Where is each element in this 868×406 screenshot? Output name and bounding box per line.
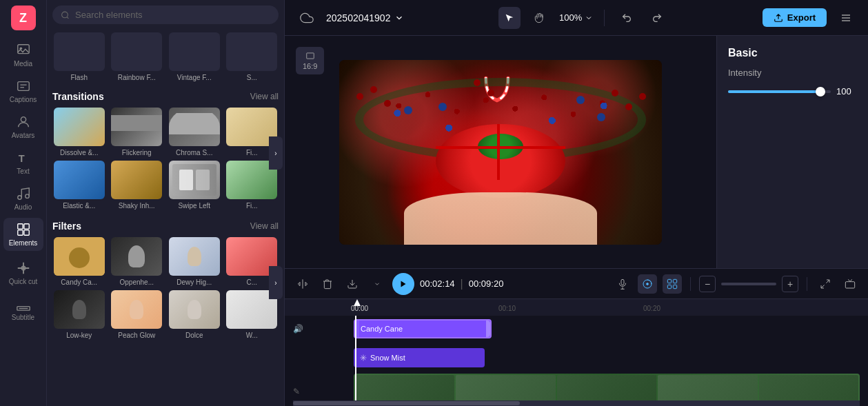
sidebar-item-subtitle[interactable]: Subtitle — [3, 292, 43, 325]
thumbnail-chroma — [169, 108, 220, 146]
captions-timeline-icon — [845, 278, 856, 290]
snow-mist-clip[interactable]: Snow Mist — [354, 348, 485, 367]
scrollbar-thumb[interactable] — [293, 401, 520, 405]
mic-button[interactable] — [613, 274, 632, 294]
filters-title: Filters — [52, 221, 81, 232]
sidebar-item-elements[interactable]: Elements — [3, 218, 43, 251]
filters-view-all[interactable]: View all — [250, 221, 279, 231]
thumbnail-flash — [54, 32, 105, 71]
sidebar-item-captions[interactable]: Captions — [3, 74, 43, 108]
project-name[interactable]: 202502041902 — [326, 12, 404, 23]
search-bar[interactable] — [52, 6, 279, 24]
play-icon — [399, 280, 407, 288]
thumbnail-label: Chroma S... — [169, 149, 220, 156]
sidebar-item-media[interactable]: Media — [3, 39, 43, 72]
aspect-ratio-icon — [305, 51, 315, 61]
transitions-scroll-arrow[interactable]: › — [269, 136, 283, 170]
panel-title: Basic — [728, 47, 857, 59]
split-button[interactable] — [293, 274, 312, 294]
export-button[interactable]: Export — [763, 8, 827, 27]
cloud-button[interactable] — [296, 7, 318, 29]
red-ribbon-h — [436, 146, 565, 149]
app-logo[interactable]: Z — [11, 6, 36, 30]
search-input[interactable] — [75, 10, 270, 20]
list-item[interactable]: Chroma S... — [168, 108, 221, 156]
list-item[interactable]: Flash — [52, 32, 106, 81]
ruler-label-00: 00:00 — [351, 305, 368, 312]
color-button[interactable] — [638, 274, 657, 294]
clip-left-handle[interactable] — [355, 321, 359, 337]
transitions-grid: Dissolve &... Flickering Chroma S... Fi.… — [52, 108, 279, 210]
hand-tool-button[interactable] — [529, 7, 551, 29]
list-item[interactable]: Swipe Left — [168, 161, 221, 210]
menu-button[interactable] — [835, 7, 857, 29]
expand-button[interactable] — [816, 274, 835, 294]
svg-rect-9 — [17, 224, 22, 229]
list-item[interactable]: Dissolve &... — [52, 108, 106, 156]
list-item[interactable]: S... — [225, 32, 279, 81]
video-edit-button[interactable]: ✎ — [293, 387, 300, 396]
candy-cane-clip[interactable]: Candy Cane — [354, 319, 492, 338]
sidebar-item-quickcut[interactable]: Quick cut — [3, 256, 43, 290]
thumbnail-label: Oppenhe... — [111, 278, 162, 286]
intensity-value: 100 — [836, 86, 857, 97]
undo-button[interactable] — [616, 7, 638, 29]
list-item[interactable]: Peach Glow — [110, 290, 164, 339]
thumbnail-label: Flash — [54, 74, 105, 81]
chevron-down-icon — [394, 13, 404, 23]
top-toolbar: 202502041902 100% Export — [285, 0, 868, 36]
svg-rect-2 — [17, 82, 29, 91]
thumbnail-dolce — [169, 290, 220, 329]
slider-thumb[interactable] — [816, 87, 825, 97]
sidebar-item-avatars[interactable]: Avatars — [3, 110, 43, 143]
redo-button[interactable] — [646, 7, 668, 29]
captions-timeline-button[interactable] — [840, 274, 860, 294]
zoom-track[interactable] — [721, 283, 776, 285]
list-item[interactable]: Dolce — [168, 290, 221, 339]
intensity-slider[interactable] — [728, 90, 831, 93]
clip-right-handle[interactable] — [486, 321, 490, 337]
list-item[interactable]: Dewy Hig... — [168, 237, 221, 286]
filters-scroll-arrow[interactable]: › — [269, 266, 283, 299]
svg-rect-10 — [23, 224, 28, 229]
filter-button[interactable] — [663, 274, 682, 294]
list-item[interactable]: Candy Ca... — [52, 237, 106, 286]
zoom-in-button[interactable]: + — [782, 276, 798, 292]
zoom-control[interactable]: 100% — [559, 12, 593, 23]
cursor-tool-button[interactable] — [498, 7, 521, 29]
download-chevron-button[interactable] — [367, 274, 387, 294]
list-item[interactable]: Low-key — [52, 290, 106, 339]
track-left-controls: 🔊 — [293, 324, 303, 334]
snow-mist-track: Snow Mist — [293, 345, 860, 371]
sidebar-item-audio[interactable]: Audio — [3, 182, 43, 215]
video-track-row: ✎ — [293, 374, 860, 400]
zoom-out-button[interactable]: − — [699, 276, 716, 292]
svg-point-38 — [647, 283, 649, 285]
video-clip[interactable] — [354, 374, 860, 400]
timeline-scrollbar[interactable] — [293, 400, 860, 406]
aspect-ratio-button[interactable]: 16:9 — [296, 47, 324, 74]
svg-rect-40 — [673, 279, 676, 283]
list-item[interactable]: Elastic &... — [52, 161, 106, 210]
sidebar-item-text[interactable]: T Text — [3, 146, 43, 179]
thumbnail-label: Elastic &... — [54, 202, 105, 210]
red-ribbon-v — [497, 124, 500, 179]
captions-label: Captions — [10, 96, 37, 103]
svg-rect-45 — [845, 281, 854, 287]
list-item[interactable]: Flickering — [110, 108, 164, 156]
thumbnail-peach — [111, 290, 162, 329]
svg-rect-36 — [621, 279, 624, 285]
delete-button[interactable] — [318, 274, 337, 294]
thumbnail-flickering — [111, 108, 162, 146]
transitions-view-all[interactable]: View all — [250, 92, 279, 101]
track-volume-button[interactable]: 🔊 — [293, 324, 303, 334]
list-item[interactable]: Shaky Inh... — [110, 161, 164, 210]
hamburger-icon — [840, 12, 851, 23]
list-item[interactable]: Oppenhe... — [110, 237, 164, 286]
download-button[interactable] — [343, 274, 362, 294]
list-item[interactable]: Vintage F... — [168, 32, 221, 81]
list-item[interactable]: Rainbow F... — [110, 32, 164, 81]
timeline-body: 00:00 00:10 00:20 🔊 Candy Cane — [285, 299, 868, 406]
play-button[interactable] — [392, 273, 414, 295]
video-track-inner — [354, 374, 860, 400]
